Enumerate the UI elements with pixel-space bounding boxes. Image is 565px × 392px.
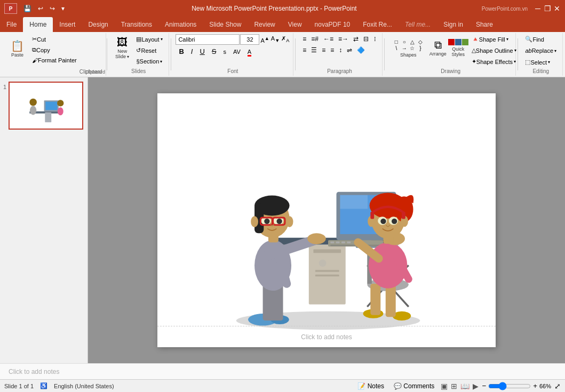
- cut-button[interactable]: ✂ Cut: [29, 34, 79, 44]
- numbering-button[interactable]: ≡#: [309, 34, 321, 44]
- zoom-out-button[interactable]: −: [482, 382, 486, 390]
- tab-share[interactable]: Share: [469, 17, 499, 32]
- text-shadow-button[interactable]: s: [220, 47, 229, 56]
- close-button[interactable]: ✕: [553, 5, 561, 12]
- notes-placeholder: Click to add notes: [9, 368, 59, 375]
- increase-font-size-button[interactable]: A▲: [260, 35, 269, 44]
- tab-file[interactable]: File: [0, 17, 23, 32]
- accessibility-icon[interactable]: ♿: [40, 382, 47, 389]
- canvas-area[interactable]: Click to add notes: [88, 77, 565, 363]
- tab-home[interactable]: Home: [23, 17, 53, 32]
- minimize-button[interactable]: ─: [534, 5, 542, 12]
- tab-animations[interactable]: Animations: [158, 17, 203, 32]
- click-to-add-notes[interactable]: Click to add notes: [157, 326, 496, 347]
- format-painter-button[interactable]: 🖌 Format Painter: [29, 55, 79, 65]
- clear-formatting-button[interactable]: ✗A: [281, 35, 290, 44]
- slide-sorter-icon[interactable]: ⊞: [451, 382, 457, 390]
- reading-view-icon[interactable]: 📖: [460, 382, 469, 390]
- normal-view-icon[interactable]: ▣: [441, 382, 448, 390]
- tab-sign-in[interactable]: Sign in: [437, 17, 469, 32]
- save-quick-btn[interactable]: 💾: [21, 4, 34, 13]
- decrease-font-size-button[interactable]: A▼: [270, 35, 280, 44]
- notes-button[interactable]: 📝 Notes: [354, 381, 387, 391]
- comments-button[interactable]: 💬 Comments: [391, 381, 437, 391]
- underline-button[interactable]: U: [196, 46, 208, 57]
- editing-group: 🔍 Find ab Replace ▾ ⬚ Select ▾ Editing: [519, 33, 563, 76]
- reset-button[interactable]: ↺ Reset: [133, 45, 165, 55]
- redo-quick-btn[interactable]: ↪: [47, 4, 57, 13]
- align-left-button[interactable]: ≡: [300, 45, 308, 55]
- replace-button[interactable]: ab Replace ▾: [522, 46, 559, 55]
- status-right: 📝 Notes 💬 Comments ▣ ⊞ 📖 ▶ − + 66% ⤢: [354, 381, 561, 391]
- style-cell-1: [448, 39, 455, 45]
- tab-novapdf[interactable]: novaPDF 10: [308, 17, 357, 32]
- paste-section: 📋 Paste: [5, 34, 29, 75]
- section-button[interactable]: § Section ▾: [133, 57, 165, 66]
- zoom-slider[interactable]: [488, 382, 531, 390]
- quick-styles-button[interactable]: QuickStyles: [449, 34, 468, 62]
- strikethrough-button[interactable]: S: [209, 46, 220, 57]
- new-slide-button[interactable]: 🖼 NewSlide ▾: [112, 34, 133, 62]
- bullets-button[interactable]: ≡: [300, 34, 308, 44]
- tab-foxit[interactable]: Foxit Re...: [356, 17, 399, 32]
- comments-icon: 💬: [394, 382, 402, 390]
- undo-quick-btn[interactable]: ↩: [36, 4, 45, 13]
- tab-review[interactable]: Review: [248, 17, 281, 32]
- svg-point-3: [29, 98, 37, 106]
- text-convert-button[interactable]: ⇌: [345, 45, 354, 55]
- svg-point-6: [58, 107, 63, 115]
- shapes-button[interactable]: □ ○ △ ◇ \ → ☆ } Shapes: [389, 34, 427, 62]
- tab-insert[interactable]: Insert: [53, 17, 82, 32]
- copy-button[interactable]: ⧉ Copy: [29, 45, 79, 55]
- tab-transitions[interactable]: Transitions: [115, 17, 158, 32]
- tab-tell-me[interactable]: Tell me...: [399, 17, 437, 32]
- line-spacing-button[interactable]: ↕: [337, 45, 344, 55]
- align-text-button[interactable]: ⊟: [361, 34, 371, 44]
- slide-1-thumbnail[interactable]: [9, 82, 83, 130]
- shape-6: →: [401, 45, 408, 51]
- paste-button[interactable]: 📋 Paste: [7, 35, 27, 63]
- char-spacing-button[interactable]: AV: [230, 47, 244, 56]
- slide-1-container: 1: [3, 82, 84, 130]
- paragraph-content: ≡ ≡# ←≡ ≡→ ⇄ ⊟ ⫶ ≡ ☰ ≡ ≡ ↕ ⇌ 🔷: [300, 34, 379, 67]
- slide-canvas[interactable]: Click to add notes: [157, 93, 496, 347]
- decrease-indent-button[interactable]: ←≡: [321, 34, 336, 44]
- ribbon-tabs: File Home Insert Design Transitions Anim…: [0, 17, 565, 32]
- find-button[interactable]: 🔍 Find: [522, 34, 546, 44]
- italic-button[interactable]: I: [188, 46, 196, 57]
- select-button[interactable]: ⬚ Select ▾: [522, 57, 553, 67]
- align-right-button[interactable]: ≡: [320, 45, 328, 55]
- font-color-button[interactable]: A: [244, 47, 254, 56]
- svg-rect-16: [315, 275, 339, 276]
- shape-outline-button[interactable]: △ Shape Outline ▾: [469, 45, 519, 55]
- slide-show-icon[interactable]: ▶: [473, 382, 479, 390]
- align-center-button[interactable]: ☰: [309, 45, 319, 55]
- shape-fill-button[interactable]: 🔺 Shape Fill ▾: [469, 34, 519, 44]
- fit-slide-button[interactable]: ⤢: [554, 382, 561, 390]
- section-dropdown-arrow: ▾: [160, 59, 162, 64]
- shape-8: }: [417, 45, 424, 51]
- arrange-button[interactable]: ⧉ Arrange: [428, 34, 448, 62]
- layout-button[interactable]: ▤ Layout ▾: [133, 34, 165, 44]
- columns-button[interactable]: ⫶: [371, 34, 379, 44]
- layout-icon: ▤: [136, 36, 141, 43]
- customize-quick-btn[interactable]: ▾: [59, 4, 67, 13]
- paragraph-row-2: ≡ ☰ ≡ ≡ ↕ ⇌ 🔷: [300, 45, 367, 55]
- slide-panel: 1: [0, 77, 88, 363]
- shapes-grid: □ ○ △ ◇ \ → ☆ }: [393, 39, 424, 51]
- notes-area[interactable]: Click to add notes: [0, 363, 565, 379]
- tab-slideshow[interactable]: Slide Show: [203, 17, 248, 32]
- cartoon-illustration: [195, 112, 461, 336]
- justify-button[interactable]: ≡: [328, 45, 336, 55]
- text-direction-button[interactable]: ⇄: [351, 34, 361, 44]
- smart-art-button[interactable]: 🔷: [355, 45, 367, 55]
- font-name-input[interactable]: [176, 34, 240, 45]
- bold-button[interactable]: B: [176, 46, 187, 57]
- tab-design[interactable]: Design: [82, 17, 114, 32]
- shape-effects-button[interactable]: ✦ Shape Effects ▾: [469, 57, 519, 67]
- restore-button[interactable]: ❐: [544, 5, 551, 12]
- increase-indent-button[interactable]: ≡→: [336, 34, 351, 44]
- zoom-in-button[interactable]: +: [533, 382, 537, 390]
- font-size-input[interactable]: [240, 34, 259, 45]
- tab-view[interactable]: View: [282, 17, 308, 32]
